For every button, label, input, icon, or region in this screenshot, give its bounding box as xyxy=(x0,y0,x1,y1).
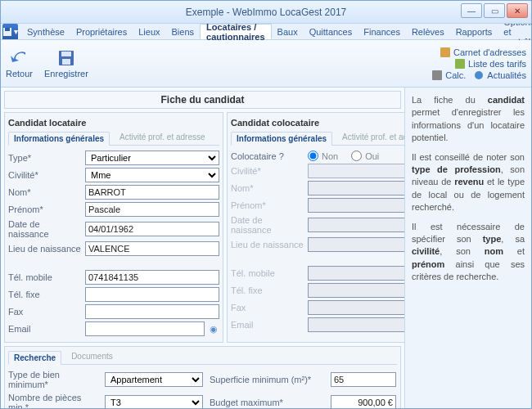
globe-icon xyxy=(474,70,484,80)
menutab-10[interactable]: Options et contrôles xyxy=(498,24,532,39)
radio-oui[interactable]: Oui xyxy=(351,151,379,161)
locataire-panel: Candidat locataire Informations générale… xyxy=(4,112,223,343)
tarifs-icon xyxy=(455,59,465,69)
back-button[interactable]: Retour xyxy=(6,49,33,79)
subtab-info-generales[interactable]: Informations générales xyxy=(8,132,110,146)
menutab-3[interactable]: Biens xyxy=(166,24,201,39)
menutab-8[interactable]: Relèves xyxy=(406,24,450,39)
ribbon: Retour Enregistrer Carnet d'adresses Lis… xyxy=(1,40,531,88)
subtab-coloc-activite[interactable]: Activité prof. et adresse xyxy=(337,131,404,145)
menutab-0[interactable]: Synthèse xyxy=(21,24,70,39)
menutab-5[interactable]: Baux xyxy=(272,24,304,39)
coloc-dob-input[interactable] xyxy=(308,218,404,232)
radio-non[interactable]: Non xyxy=(308,151,338,161)
coloc-lob-input[interactable] xyxy=(308,237,404,252)
back-arrow-icon xyxy=(9,49,30,67)
tab-documents[interactable]: Documents xyxy=(66,350,118,364)
menutab-6[interactable]: Quittances xyxy=(304,24,358,39)
coloc-email-input[interactable] xyxy=(308,317,404,332)
email-input[interactable] xyxy=(85,321,205,336)
coloc-prenom-input[interactable] xyxy=(308,198,404,213)
addressbook-link[interactable]: Carnet d'adresses xyxy=(440,47,526,57)
nom-input[interactable] xyxy=(85,185,219,200)
mobile-input[interactable] xyxy=(85,270,219,285)
actu-link[interactable]: Actualités xyxy=(474,70,526,80)
menutab-9[interactable]: Rapports xyxy=(450,24,498,39)
type-bien-select[interactable]: Appartement xyxy=(105,372,203,387)
svg-rect-1 xyxy=(5,28,10,31)
svg-rect-7 xyxy=(432,70,442,80)
disk-icon xyxy=(2,27,12,37)
colocataire-panel: Candidat colocataire Informations généra… xyxy=(227,112,404,343)
pieces-select[interactable]: T3 xyxy=(105,395,203,408)
menutab-1[interactable]: Propriétaires xyxy=(70,24,133,39)
minimize-button[interactable]: — xyxy=(461,3,482,18)
subtab-activite[interactable]: Activité prof. et adresse xyxy=(115,131,210,145)
calc-link[interactable]: Calc. xyxy=(432,70,466,80)
save-button[interactable]: Enregistrer xyxy=(44,49,88,79)
maximize-button[interactable]: ▭ xyxy=(484,3,505,18)
coloc-mobile-input[interactable] xyxy=(308,266,404,281)
dob-input[interactable] xyxy=(85,222,219,236)
svg-rect-5 xyxy=(440,47,450,57)
tab-recherche[interactable]: Recherche xyxy=(8,351,61,365)
fixe-input[interactable] xyxy=(85,287,219,302)
fiche-title: Fiche du candidat xyxy=(4,91,401,109)
menutab-4[interactable]: Locataires / cautionnaires xyxy=(200,24,272,39)
superficie-input[interactable] xyxy=(331,372,396,387)
titlebar: Exemple - WebImmo LocaGest 2017 — ▭ ✕ xyxy=(1,1,531,24)
locataire-title: Candidat locataire xyxy=(8,116,219,131)
email-info-icon[interactable]: ◉ xyxy=(208,324,219,335)
save-icon xyxy=(57,49,75,67)
fax-input[interactable] xyxy=(85,304,219,319)
coloc-fixe-input[interactable] xyxy=(308,283,404,298)
file-menu-button[interactable]: ▾ xyxy=(2,24,18,39)
coloc-nom-input[interactable] xyxy=(308,181,404,196)
calc-icon xyxy=(432,70,442,80)
menutab-7[interactable]: Finances xyxy=(358,24,406,39)
main-form-area: Fiche du candidat Candidat locataire Inf… xyxy=(1,88,404,408)
svg-point-8 xyxy=(475,71,483,79)
type-select[interactable]: Particulier xyxy=(85,151,219,165)
svg-rect-4 xyxy=(62,59,70,65)
budget-input[interactable] xyxy=(331,395,396,408)
coloc-civilite-select[interactable] xyxy=(308,164,404,178)
menubar: ▾ SynthèsePropriétairesLieuxBiensLocatai… xyxy=(1,24,531,40)
subtab-coloc-info[interactable]: Informations générales xyxy=(231,132,332,146)
colocataire-title: Candidat colocataire xyxy=(231,116,404,131)
lob-input[interactable] xyxy=(85,241,219,256)
prenom-input[interactable] xyxy=(85,202,219,217)
recherche-panel: Recherche Documents Type de bien minimum… xyxy=(4,346,401,408)
svg-rect-6 xyxy=(455,59,465,69)
help-sidebar: La fiche du candidat permet d'enregistre… xyxy=(404,88,531,408)
tarifs-link[interactable]: Liste des tarifs xyxy=(455,59,526,69)
app-window: Exemple - WebImmo LocaGest 2017 — ▭ ✕ ▾ … xyxy=(0,0,532,409)
close-button[interactable]: ✕ xyxy=(507,3,528,18)
civilite-select[interactable]: Mme xyxy=(85,168,219,182)
coloc-fax-input[interactable] xyxy=(308,300,404,315)
addressbook-icon xyxy=(440,47,450,57)
svg-rect-3 xyxy=(61,52,71,56)
window-title: Exemple - WebImmo LocaGest 2017 xyxy=(186,7,347,18)
menutab-2[interactable]: Lieux xyxy=(133,24,165,39)
